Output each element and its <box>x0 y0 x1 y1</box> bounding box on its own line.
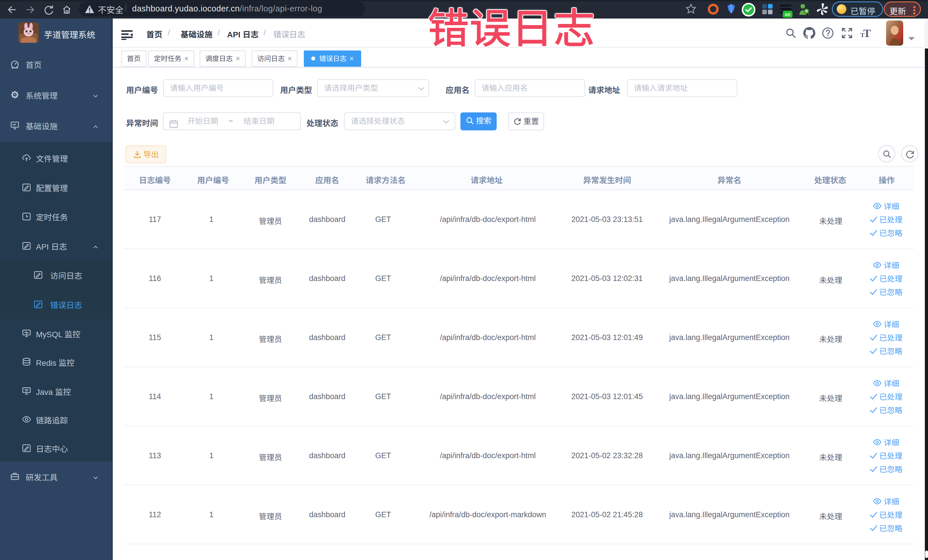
svg-text:T: T <box>860 31 865 38</box>
svg-text:on: on <box>785 12 791 17</box>
